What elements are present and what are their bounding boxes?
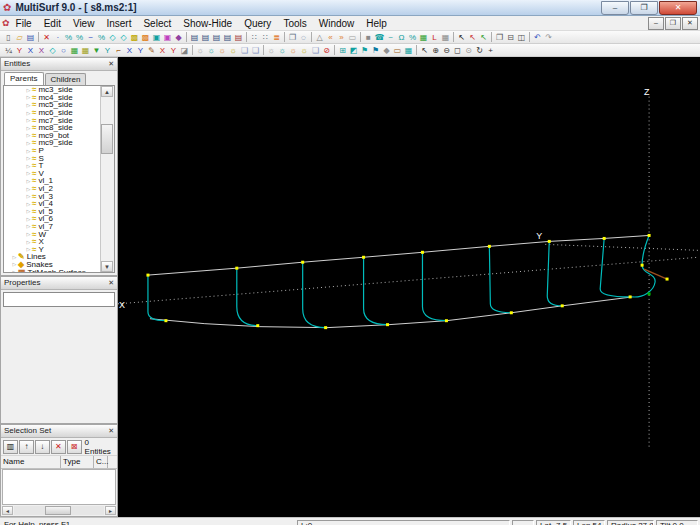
control-point[interactable]: [362, 256, 365, 259]
weight-icon[interactable]: %: [407, 32, 418, 43]
cascade-windows-icon[interactable]: ❐: [494, 32, 505, 43]
show-selected-icon[interactable]: ☼: [206, 45, 217, 56]
grid-green-icon[interactable]: ▦: [69, 45, 80, 56]
magnet-icon[interactable]: ◇: [118, 32, 129, 43]
tree-item-X[interactable]: ▷≈X: [4, 238, 101, 246]
revolution-surface-icon[interactable]: ▣: [162, 32, 173, 43]
control-point[interactable]: [666, 278, 669, 281]
mirror-xy-icon[interactable]: X: [36, 45, 47, 56]
move-up-button[interactable]: ↑: [19, 440, 34, 454]
diamond-gray-icon[interactable]: ◆: [381, 45, 392, 56]
expander-icon[interactable]: ▷: [12, 254, 17, 260]
subdivisions-icon[interactable]: ∷: [260, 32, 271, 43]
edit-mask-icon[interactable]: ¼: [3, 45, 14, 56]
maximize-button[interactable]: ❐: [630, 1, 658, 15]
expander-icon[interactable]: ▷: [26, 178, 31, 184]
ruled-surface-icon[interactable]: ▩: [140, 32, 151, 43]
control-point[interactable]: [235, 267, 238, 270]
new-file-icon[interactable]: ▯: [3, 32, 14, 43]
properties-input[interactable]: [4, 295, 118, 305]
scroll-up-icon[interactable]: ▲: [101, 86, 113, 97]
view-perspective-icon[interactable]: ▤: [233, 32, 244, 43]
hide-all-icon[interactable]: ☼: [195, 45, 206, 56]
grid-icon[interactable]: ▦: [440, 32, 451, 43]
contact-icon[interactable]: ☎: [374, 32, 385, 43]
divisions-icon[interactable]: ∷: [249, 32, 260, 43]
show-selected-2-icon[interactable]: ☼: [277, 45, 288, 56]
tile-vertical-icon[interactable]: ◫: [516, 32, 527, 43]
curve-icon[interactable]: %: [96, 32, 107, 43]
column-header-c[interactable]: C...: [94, 456, 108, 468]
open-folder-icon[interactable]: ▱: [14, 32, 25, 43]
redo-icon[interactable]: ↷: [543, 32, 554, 43]
entities-scrollbar[interactable]: ▲ ▼: [100, 86, 114, 272]
zoom-in-icon[interactable]: ⊕: [430, 45, 441, 56]
menu-edit[interactable]: Edit: [38, 17, 67, 30]
surface-icon[interactable]: ▩: [129, 32, 140, 43]
undo-icon[interactable]: ↶: [532, 32, 543, 43]
name-tag-icon[interactable]: ▭: [392, 45, 403, 56]
3d-viewport[interactable]: ZXY: [118, 57, 700, 517]
control-point[interactable]: [445, 319, 448, 322]
menu-window[interactable]: Window: [313, 17, 361, 30]
next-entity-icon[interactable]: »: [336, 32, 347, 43]
menu-query[interactable]: Query: [238, 17, 277, 30]
close-button[interactable]: ✕: [659, 1, 697, 15]
show-pair-icon[interactable]: ❏: [310, 45, 321, 56]
offset-icon[interactable]: Ω: [396, 32, 407, 43]
move-down-button[interactable]: ↓: [35, 440, 50, 454]
move-y-icon[interactable]: Y: [135, 45, 146, 56]
zoom-out-icon[interactable]: ⊖: [441, 45, 452, 56]
expander-icon[interactable]: ▷: [26, 148, 31, 154]
mdi-restore-button[interactable]: ❐: [665, 17, 681, 30]
solid-tool-icon[interactable]: ■: [363, 32, 374, 43]
line-icon[interactable]: ~: [85, 32, 96, 43]
control-point[interactable]: [301, 261, 304, 264]
tree-item-P[interactable]: ▷≈P: [4, 147, 101, 155]
snake-icon[interactable]: ◇: [107, 32, 118, 43]
zoom-previous-icon[interactable]: ⊙: [463, 45, 474, 56]
menu-select[interactable]: Select: [137, 17, 177, 30]
show-all-2-icon[interactable]: ☼: [299, 45, 310, 56]
tree-item-vl_7[interactable]: ▷≈vl_7: [4, 223, 101, 231]
pen-icon[interactable]: ✎: [146, 45, 157, 56]
expander-icon[interactable]: ▷: [26, 110, 31, 116]
select-curve-icon[interactable]: ↖: [478, 32, 489, 43]
control-point[interactable]: [603, 237, 606, 240]
view-plan-icon[interactable]: ▤: [211, 32, 222, 43]
control-point[interactable]: [421, 251, 424, 254]
control-point[interactable]: [629, 295, 632, 298]
stretch-y-icon[interactable]: Y: [168, 45, 179, 56]
expander-icon[interactable]: ▷: [12, 269, 17, 272]
ring-icon[interactable]: %: [74, 32, 85, 43]
expander-icon[interactable]: ▷: [26, 193, 31, 199]
resolution-icon[interactable]: ≣: [271, 32, 282, 43]
control-point[interactable]: [548, 240, 551, 243]
mesh-icon[interactable]: ▦: [418, 32, 429, 43]
prev-entity-icon[interactable]: «: [325, 32, 336, 43]
hscroll-track[interactable]: [14, 506, 104, 515]
tile-horizontal-icon[interactable]: ⊟: [505, 32, 516, 43]
rotate-view-icon[interactable]: ↻: [474, 45, 485, 56]
show-parents-icon[interactable]: ❏: [239, 45, 250, 56]
control-point[interactable]: [146, 274, 149, 277]
expander-icon[interactable]: ▷: [26, 140, 31, 146]
expander-icon[interactable]: ▷: [26, 94, 31, 100]
expander-icon[interactable]: ▷: [26, 125, 31, 131]
find-entity-icon[interactable]: ◌: [298, 32, 309, 43]
measure-icon[interactable]: △: [314, 32, 325, 43]
grid-olive-icon[interactable]: ▦: [80, 45, 91, 56]
mirror-x-icon[interactable]: X: [25, 45, 36, 56]
copy-image-icon[interactable]: ❐: [287, 32, 298, 43]
menu-file[interactable]: File: [10, 17, 38, 30]
expander-icon[interactable]: ▷: [26, 246, 31, 252]
columns-button[interactable]: ▥: [3, 440, 18, 454]
menu-help[interactable]: Help: [360, 17, 393, 30]
zoom-window-icon[interactable]: ◻: [452, 45, 463, 56]
hide-selected-icon[interactable]: ☼: [217, 45, 228, 56]
show-children-icon[interactable]: ❏: [250, 45, 261, 56]
column-header-name[interactable]: Name: [1, 456, 61, 468]
label-icon[interactable]: L: [429, 32, 440, 43]
control-point[interactable]: [648, 234, 651, 237]
control-point[interactable]: [488, 245, 491, 248]
